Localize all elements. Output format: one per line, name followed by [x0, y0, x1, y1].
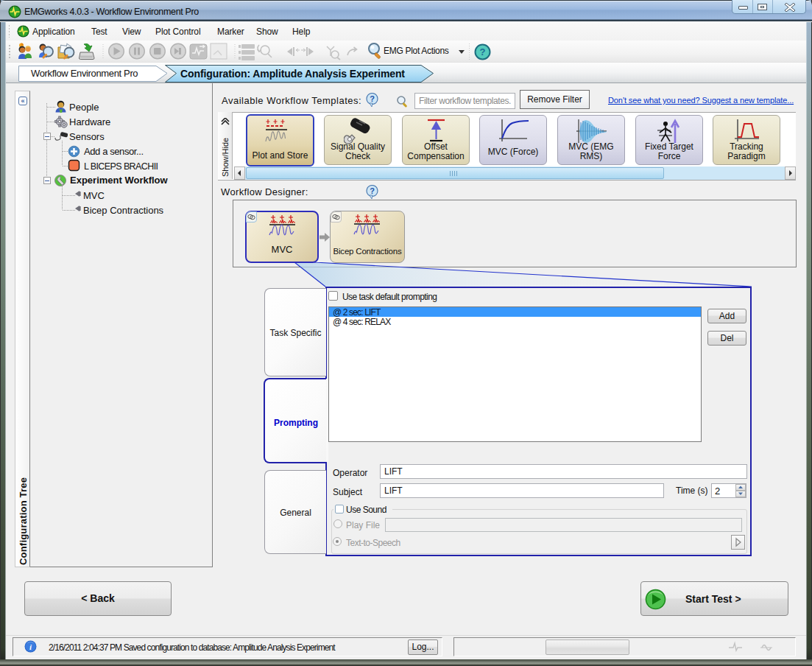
svg-text:?: ?: [480, 46, 486, 57]
svg-text:?: ?: [370, 186, 375, 195]
svg-text:?: ?: [370, 94, 375, 103]
